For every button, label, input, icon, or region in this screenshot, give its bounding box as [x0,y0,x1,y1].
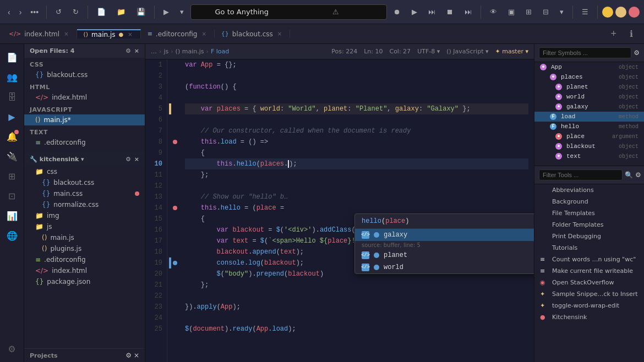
step-button[interactable]: ⏭ [424,6,440,18]
open-folder-button[interactable]: 📁 [112,6,130,18]
tree-item-editorconfig-open[interactable]: ≡ .editorconfig [24,137,145,148]
tools-gear[interactable]: ⚙ [635,171,641,179]
back-button[interactable]: ‹ [4,6,14,19]
tool-background[interactable]: Background [534,196,644,207]
goto-bar[interactable]: Go to Anything ⚠ [190,4,387,20]
terminal-side-icon[interactable]: ⊡ [3,187,21,205]
new-file-toolbar-button[interactable]: 📄 [92,6,110,18]
tool-kitchensink[interactable]: ● Kitchensink [534,311,644,323]
play2-button[interactable]: ▶ [407,6,422,18]
tab-info-button[interactable]: ℹ [625,26,637,41]
breadcrumb-load[interactable]: F load [211,48,229,55]
tool-stackoverflow[interactable]: ◉ Open StackOverflow [534,277,644,288]
tab-blackout-css[interactable]: {} blackout.css × [215,30,290,38]
world-side-icon[interactable]: 🌐 [3,227,21,244]
chart-side-icon[interactable]: 📊 [3,207,21,224]
ac-item-planet[interactable]: </> planet object [355,249,534,261]
sym-text[interactable]: ● text object [534,151,644,161]
tree-item-blackout-open[interactable]: {} blackout.css [24,69,145,80]
close-button[interactable] [629,7,640,18]
symbols-filter[interactable] [539,47,631,58]
run-side-icon[interactable]: ▶ [3,108,21,125]
record-button[interactable]: ⏺ [389,6,405,18]
tab-new-button[interactable]: + [606,26,621,42]
tool-count-words[interactable]: ≡ Count words …n using "wc" [534,254,644,265]
layout1-button[interactable]: ▣ [504,6,519,18]
tool-make-writeable[interactable]: ≡ Make current file writeable [534,265,644,277]
projects-gear[interactable]: ⚙ × [125,352,139,359]
open-files-gear[interactable]: ⚙ [125,47,131,54]
tool-folder-templates[interactable]: Folder Templates [534,219,644,231]
tool-sample-snippet[interactable]: ✦ Sample Snippe…ck to Insert [534,288,644,300]
tree-item-plugins[interactable]: () plugins.js [24,243,145,254]
layout3-button[interactable]: ⊟ [538,6,553,18]
sym-galaxy[interactable]: ● galaxy object [534,102,644,112]
sym-place[interactable]: ● place argument [534,131,644,141]
branch[interactable]: ✦ master ▾ [495,48,528,55]
new-file-side-icon[interactable]: 📄 [3,48,21,66]
tool-abbreviations[interactable]: Abbreviations [534,184,644,196]
minimize-button[interactable] [602,7,613,18]
database-side-icon[interactable]: 🗄 [3,88,21,106]
notification-side-icon[interactable]: 🔔 [3,128,21,145]
symbols-gear[interactable]: ⚙ [634,49,640,57]
tab-close-index[interactable]: × [63,30,69,38]
redo-button[interactable]: ↻ [68,6,83,18]
dropdown-button[interactable]: ▾ [176,6,188,18]
tree-item-indexhtml-open[interactable]: </> index.html [24,92,145,103]
breadcrumb-dots[interactable]: … [151,48,157,55]
sym-world[interactable]: ● world object [534,92,644,102]
encoding[interactable]: UTF-8 ▾ [417,48,440,55]
tab-close-main[interactable]: × [127,30,133,39]
breadcrumb-js[interactable]: js [163,48,168,55]
run-button[interactable]: ▶ [159,6,173,18]
tab-main-js[interactable]: () main.js ● × [77,29,141,39]
sym-App[interactable]: ● App object [534,62,644,72]
tree-item-blackout[interactable]: {} blackout.css [24,177,145,188]
tree-folder-img[interactable]: 📁 img [24,210,145,221]
code-editor[interactable]: var App = {}; (function() { var places =… [179,59,534,362]
sym-hello[interactable]: F hello method [534,122,644,131]
menu-button[interactable]: ☰ [577,6,593,18]
tree-item-normalize[interactable]: {} normalize.css [24,199,145,210]
tab-close-cfg[interactable]: × [200,30,207,38]
tree-item-editorconfig-proj[interactable]: ≡ .editorconfig [24,254,145,265]
tree-folder-css[interactable]: 📁 css [24,166,145,177]
tool-tutorials[interactable]: Tutorials [534,242,644,254]
save-button[interactable]: 💾 [132,6,150,18]
tab-index-html[interactable]: </> index.html × [2,30,77,38]
undo-button[interactable]: ↺ [51,6,66,18]
skip-button[interactable]: ⏭ [460,6,476,18]
sym-places[interactable]: ● places object [534,72,644,82]
tree-item-packagejson[interactable]: {} package.json [24,276,145,287]
tool-toggle-wrap[interactable]: ✦ toggle-word-wrap-edit [534,300,644,311]
tool-print-debugging[interactable]: Print Debugging [534,231,644,242]
tab-editorconfig[interactable]: ≡ .editorconfig × [141,30,215,38]
project-gear[interactable]: ⚙ [125,156,131,163]
tree-item-main-css[interactable]: {} main.css [24,188,145,199]
tools-search-icon[interactable]: 🔍 [625,171,633,179]
git-side-icon[interactable]: ⊞ [3,167,21,185]
maximize-button[interactable] [615,7,626,18]
ac-item-world[interactable]: </> world object [355,261,534,273]
plugin-side-icon[interactable]: 🔌 [3,147,21,165]
syntax[interactable]: () JavaScript ▾ [446,48,488,55]
layout-dropdown[interactable]: ▾ [555,6,568,18]
tree-item-mainjs-open[interactable]: () main.js* [24,114,145,125]
sym-load[interactable]: F load method [534,112,644,122]
tool-file-templates[interactable]: File Templates [534,207,644,219]
nav-dots-button[interactable]: ••• [27,6,42,19]
breadcrumb-mainjs[interactable]: () main.js [176,48,204,55]
project-close[interactable]: × [134,156,139,163]
preview-button[interactable]: 👁 [485,6,501,18]
tree-folder-js[interactable]: 📁 js [24,221,145,232]
sym-blackout[interactable]: ● blackout object [534,141,644,151]
stop-button[interactable]: ⏹ [442,6,458,18]
sym-planet[interactable]: ● planet object [534,82,644,92]
tab-close-css[interactable]: × [276,30,283,38]
ac-item-galaxy[interactable]: </> galaxy object [355,229,534,241]
settings-side-icon[interactable]: ⚙ [3,340,21,358]
forward-button[interactable]: › [16,6,25,19]
open-files-close[interactable]: × [134,47,139,54]
tree-item-indexhtml-proj[interactable]: </> index.html [24,265,145,276]
